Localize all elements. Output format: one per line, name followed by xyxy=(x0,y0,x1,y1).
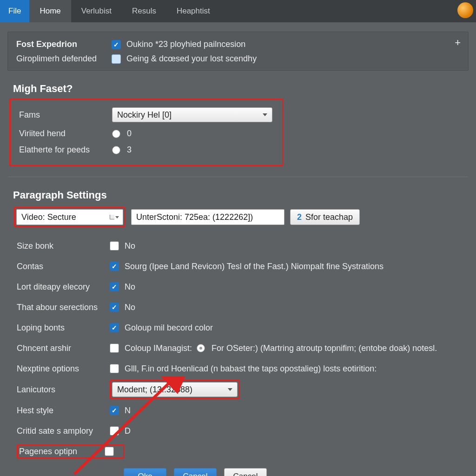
input-unterscton[interactable]: UnterSctoni: 725ea: (1222262]) xyxy=(131,209,284,225)
cancel-button-2[interactable]: Cancel xyxy=(224,468,267,476)
tab-label: File xyxy=(8,7,21,16)
select-lanicutors[interactable]: Modent; (13..32588) xyxy=(112,382,238,397)
value: 3 xyxy=(127,145,132,155)
tab-label: Verlubist xyxy=(81,7,112,16)
tab-label: Heaphtist xyxy=(177,7,210,16)
label: Hest style xyxy=(17,406,110,416)
top-row-giroplimerh: Giroplimerh defended Geing & dcœsed your… xyxy=(16,54,460,64)
section-title-paragraph-settings: Paragraph Settings xyxy=(13,189,463,201)
checkbox[interactable] xyxy=(110,241,119,251)
value: N xyxy=(125,406,131,416)
select-video[interactable]: Video: Secture xyxy=(16,209,123,225)
select-value: Modent; (13..32588) xyxy=(117,385,192,395)
label: Fams xyxy=(19,110,112,120)
label: Pagenes optipn xyxy=(19,447,105,456)
row-elatherte: Elatherte for peeds 3 xyxy=(19,145,274,155)
value: No xyxy=(125,241,135,251)
ok-button[interactable]: Oke xyxy=(124,468,166,476)
avatar[interactable] xyxy=(457,2,473,18)
field-value: UnterSctoni: 725ea: (1222262]) xyxy=(136,212,253,222)
checkbox[interactable] xyxy=(110,303,119,312)
checkbox-oukino[interactable] xyxy=(112,40,121,49)
label: Viriited hend xyxy=(19,129,112,139)
label: Elatherte for peeds xyxy=(19,145,112,155)
cancel-button[interactable]: Cancel xyxy=(174,468,217,476)
label: Critid sate s amplory xyxy=(17,426,110,436)
settings-list: Size bonk No Contas Sourg (Ipee Land Rev… xyxy=(17,237,463,476)
checkbox[interactable] xyxy=(110,262,119,271)
highlight-box-faset: Fams Nockiry Hel [0] Viriited hend 0 Ela… xyxy=(9,99,284,166)
button-label: Oke xyxy=(138,472,152,476)
value: Coloup IManagist: xyxy=(125,344,192,353)
add-icon[interactable]: + xyxy=(455,37,461,49)
row-size-bonk: Size bonk No xyxy=(17,237,463,255)
tab-label: Home xyxy=(40,7,60,16)
label: Contas xyxy=(17,262,110,271)
checkbox[interactable] xyxy=(110,344,119,353)
footer-buttons: Oke Cancel Cancel xyxy=(124,468,463,476)
value: Oukino *23 ployhied pailncesion xyxy=(126,40,245,49)
highlight-box-video: Video: Secture xyxy=(14,207,126,227)
row-fams: Fams Nockiry Hel [0] xyxy=(19,107,274,122)
label: Loping bonts xyxy=(17,323,110,333)
label: Giroplimerh defended xyxy=(16,54,112,64)
button-number: 2 xyxy=(297,212,302,222)
checkbox[interactable] xyxy=(105,447,114,456)
field-value: Video: Secture xyxy=(21,212,76,222)
label: That abour serections xyxy=(17,303,110,312)
checkbox[interactable] xyxy=(110,364,119,373)
toolbar: File Home Verlubist Resuls Heaphtist xyxy=(0,0,476,22)
highlight-box-pagenes: Pagenes optipn xyxy=(17,444,125,459)
tab-file[interactable]: File xyxy=(0,0,29,22)
row-lort-diteapy: Lort diteapy elecory No xyxy=(17,278,463,296)
tab-heaphtist[interactable]: Heaphtist xyxy=(166,0,220,22)
tab-home[interactable]: Home xyxy=(29,0,71,22)
top-panel: + Fost Expedrion Oukino *23 ployhied pai… xyxy=(7,32,469,71)
label: Lort diteapy elecory xyxy=(17,282,110,292)
row-contas: Contas Sourg (Ipee Land Revicon) Tesl of… xyxy=(17,257,463,276)
value: No xyxy=(125,303,135,312)
row-that-abour: That abour serections No xyxy=(17,298,463,317)
radio-elatherte[interactable] xyxy=(112,146,120,154)
checkbox[interactable] xyxy=(110,426,119,436)
row-virited-hend: Viriited hend 0 xyxy=(19,129,274,139)
checkbox-geing[interactable] xyxy=(112,54,121,64)
checkbox[interactable] xyxy=(110,406,119,415)
value: No xyxy=(125,282,135,292)
value: 0 xyxy=(127,129,132,139)
select-fams[interactable]: Nockiry Hel [0] xyxy=(112,107,272,122)
top-row-expedrion: Fost Expedrion Oukino *23 ployhied pailn… xyxy=(16,40,460,49)
checkbox[interactable] xyxy=(110,282,119,291)
divider xyxy=(8,177,468,177)
label: Size bonk xyxy=(17,241,110,251)
radio-virited-hend[interactable] xyxy=(112,130,120,138)
paragraph-controls-row: Video: Secture UnterSctoni: 725ea: (1222… xyxy=(14,207,463,227)
row-chncent-arshir: Chncent arshir Coloup IManagist: For OSe… xyxy=(17,339,463,357)
button-label: Cancel xyxy=(183,472,208,476)
label: Chncent arshir xyxy=(17,344,110,353)
button-label: Sfor teachap xyxy=(305,212,353,222)
row-hest-style: Hest style N xyxy=(17,401,463,420)
label: Nexptine options xyxy=(17,364,110,374)
value: Goloup mil becord color xyxy=(125,323,213,333)
value: Geing & dcœsed your lost scendhy xyxy=(126,54,257,64)
label: Fost Expedrion xyxy=(16,40,112,49)
tab-verlubist[interactable]: Verlubist xyxy=(71,0,122,22)
button-label: Cancel xyxy=(233,472,258,476)
radio-for-oseter[interactable] xyxy=(197,344,205,352)
section-title-migh-faset: Migh Faset? xyxy=(13,83,463,95)
row-critid-sate: Critid sate s amplory D xyxy=(17,422,463,440)
row-loping-bonts: Loping bonts Goloup mil becord color xyxy=(17,318,463,337)
tab-resuls[interactable]: Resuls xyxy=(122,0,166,22)
value: Sourg (Ipee Land Revicon) Tesl of the Fa… xyxy=(125,262,383,271)
value-extra: For OSeter:) (Martring atroutp topnifim;… xyxy=(212,344,437,353)
highlight-box-lanicutors: Modent; (13..32588) xyxy=(110,380,240,399)
button-sfor-teachap[interactable]: 2 Sfor teachap xyxy=(290,209,360,225)
row-lanicutors: Lanicutors Modent; (13..32588) xyxy=(17,380,463,399)
checkbox[interactable] xyxy=(110,323,119,332)
row-pagenes: Pagenes optipn xyxy=(17,442,463,461)
tab-label: Resuls xyxy=(132,7,156,16)
label: Lanicutors xyxy=(17,385,110,395)
value: Glll, F.in ord Hoenlicad (n babast the t… xyxy=(125,364,377,374)
select-value: Nockiry Hel [0] xyxy=(117,110,172,120)
